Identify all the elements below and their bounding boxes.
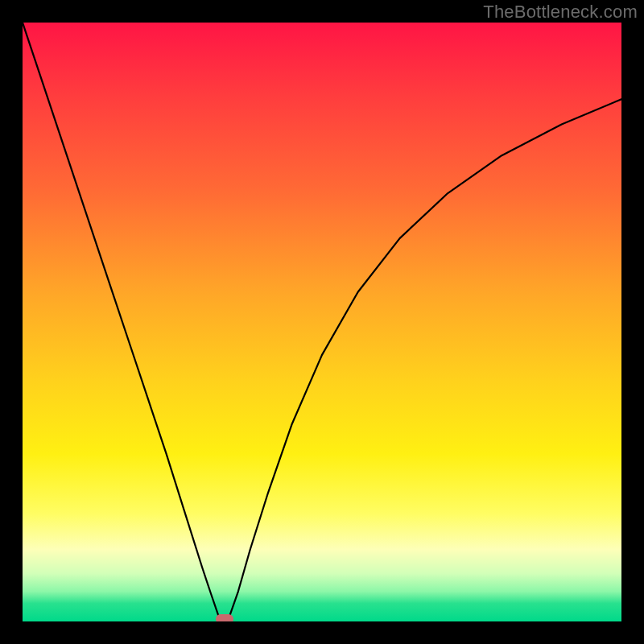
watermark-text: TheBottleneck.com (483, 2, 638, 23)
bottleneck-curve-path (23, 23, 621, 621)
plot-area (23, 23, 621, 621)
chart-frame: TheBottleneck.com (0, 0, 644, 644)
curve-svg (23, 23, 621, 621)
minimum-marker (216, 614, 233, 621)
